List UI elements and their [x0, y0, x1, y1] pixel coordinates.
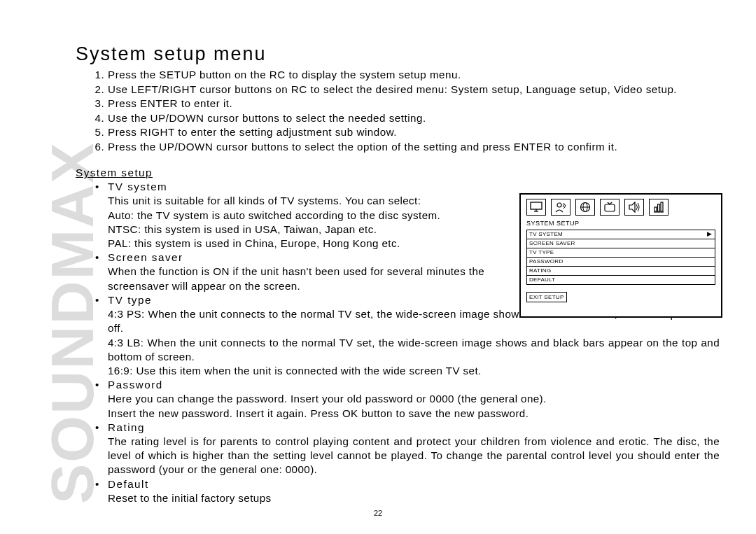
osd-exit: EXIT SETUP [526, 292, 567, 302]
tv-icon [600, 199, 620, 216]
item-body: The rating level is for parents to contr… [108, 435, 720, 477]
osd-row: RATING [527, 267, 715, 276]
digital-icon [649, 199, 668, 216]
globe-icon [575, 199, 595, 216]
step-item: Press ENTER to enter it. [108, 97, 720, 111]
osd-icon-row [521, 195, 721, 218]
svg-point-3 [557, 203, 561, 207]
section-heading: System setup [76, 167, 720, 178]
item-head: TV system [108, 180, 720, 194]
svg-marker-10 [629, 202, 635, 212]
svg-rect-13 [661, 202, 663, 211]
osd-row: TV TYPE [527, 248, 715, 258]
item-body: This unit is suitable for all kinds of T… [108, 194, 498, 251]
page-number: 22 [0, 509, 756, 517]
item-head: Default [108, 477, 720, 491]
item-head: Rating [108, 421, 720, 435]
monitor-icon [526, 199, 546, 216]
step-item: Use LEFT/RIGHT cursor buttons on RC to s… [108, 83, 720, 97]
arrow-right-icon: ▶ [705, 230, 715, 239]
item-body: Here you can change the password. Insert… [108, 392, 720, 420]
list-item-default: Default Reset to the initial factory set… [76, 477, 720, 505]
list-item-rating: Rating The rating level is for parents t… [76, 421, 720, 477]
page-title: System setup menu [76, 43, 720, 65]
osd-diagram: SYSTEM SETUP TV SYSTEM▶ SCREEN SAVER TV … [519, 193, 722, 318]
setup-steps: Press the SETUP button on the RC to disp… [76, 68, 720, 154]
svg-rect-11 [654, 207, 657, 211]
step-item: Press the UP/DOWN cursor buttons to sele… [108, 140, 720, 155]
osd-menu: TV SYSTEM▶ SCREEN SAVER TV TYPE PASSWORD… [526, 230, 715, 285]
svg-rect-12 [658, 204, 660, 211]
svg-rect-7 [605, 204, 615, 211]
item-head: Password [108, 378, 720, 392]
svg-rect-0 [531, 202, 542, 209]
osd-title: SYSTEM SETUP [521, 218, 721, 230]
item-body: 4:3 PS: When the unit connects to the no… [108, 307, 720, 378]
person-speak-icon [551, 199, 570, 216]
list-item-password: Password Here you can change the passwor… [76, 378, 720, 421]
osd-row: PASSWORD [527, 258, 715, 267]
speaker-icon [624, 199, 644, 216]
step-item: Press RIGHT to enter the setting adjustm… [108, 125, 720, 140]
item-body: Reset to the initial factory setups [108, 491, 720, 505]
step-item: Use the UP/DOWN cursor buttons to select… [108, 111, 720, 126]
osd-row: SCREEN SAVER [527, 239, 715, 248]
osd-row: TV SYSTEM▶ [527, 230, 715, 239]
osd-row: DEFAULT [527, 276, 715, 284]
step-item: Press the SETUP button on the RC to disp… [108, 68, 720, 83]
item-body: When the function is ON if the unit hasn… [108, 265, 498, 293]
